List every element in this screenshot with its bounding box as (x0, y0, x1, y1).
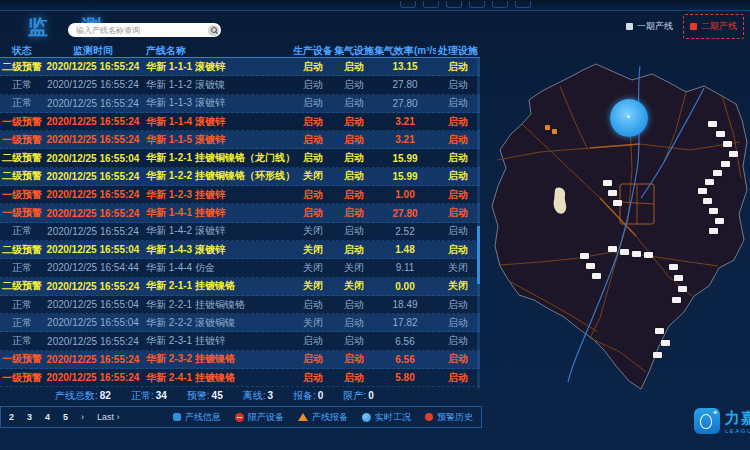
cell-production-device: 关闭 (292, 316, 334, 330)
table-row[interactable]: 一级预警 2020/12/25 16:55:24 华新 1-4-1 挂镀锌 启动… (0, 204, 480, 222)
cell-treatment-facility: 启动 (436, 206, 480, 220)
monitoring-table: 状态 监测时间 产线名称 生产设备 集气设施 集气效率(m³/s) 处理设施 二… (0, 44, 480, 387)
cell-gas-efficiency: 1.00 (374, 189, 436, 200)
table-row[interactable]: 一级预警 2020/12/25 16:55:24 华新 1-1-5 滚镀锌 启动… (0, 131, 480, 149)
col-header-gas: 集气设施 (334, 44, 374, 58)
table-row[interactable]: 正常 2020/12/25 16:55:24 华新 1-4-2 滚镀锌 关闭 启… (0, 223, 480, 241)
map-site-marker[interactable] (709, 208, 718, 214)
map-site-marker[interactable] (632, 251, 641, 257)
table-row[interactable]: 正常 2020/12/25 16:54:44 华新 1-4-4 仿金 关闭 关闭… (0, 259, 480, 277)
map-site-marker[interactable] (729, 151, 738, 157)
table-row[interactable]: 正常 2020/12/25 16:55:24 华新 1-1-3 滚镀锌 启动 启… (0, 95, 480, 113)
legend-icon (298, 413, 308, 421)
cell-time: 2020/12/25 16:55:04 (44, 244, 142, 255)
table-row[interactable]: 二级预警 2020/12/25 16:55:24 华新 1-1-1 滚镀锌 启动… (0, 58, 480, 76)
map-highlight-marker[interactable] (610, 99, 648, 137)
search-input[interactable] (76, 26, 208, 35)
legend-item[interactable]: 实时工况 (362, 411, 411, 424)
page-button[interactable]: 3 (27, 412, 32, 422)
legend-item[interactable]: 产线报备 (298, 411, 348, 424)
cell-line-name: 华新 2-4-1 挂镀镍铬 (142, 371, 292, 385)
table-row[interactable]: 二级预警 2020/12/25 16:55:04 华新 1-2-1 挂镀铜镍铬（… (0, 149, 480, 167)
map-site-marker[interactable] (603, 180, 612, 186)
page-button[interactable]: 2 (9, 412, 14, 422)
table-row[interactable]: 一级预警 2020/12/25 16:55:24 华新 2-3-2 挂镀镍铬 启… (0, 351, 480, 369)
cell-treatment-facility: 关闭 (436, 279, 480, 293)
map-site-marker[interactable] (723, 141, 732, 147)
cell-gas-facility: 启动 (334, 115, 374, 129)
search-box[interactable] (68, 23, 221, 37)
legend-item[interactable]: 限产设备 (235, 411, 284, 424)
map-site-marker[interactable] (620, 249, 629, 255)
cell-gas-efficiency: 9.11 (374, 262, 436, 273)
cell-gas-efficiency: 3.21 (374, 116, 436, 127)
map-orange-marker[interactable] (545, 125, 550, 130)
map-site-marker[interactable] (674, 275, 683, 281)
cell-time: 2020/12/25 16:55:24 (44, 226, 142, 237)
filter-phase2-button[interactable]: 二期产线 (683, 14, 744, 39)
map-site-marker[interactable] (669, 264, 678, 270)
cell-gas-facility: 启动 (334, 206, 374, 220)
map-site-marker[interactable] (678, 286, 687, 292)
table-row[interactable]: 正常 2020/12/25 16:55:24 华新 2-3-1 挂镀锌 启动 启… (0, 332, 480, 350)
table-row[interactable]: 一级预警 2020/12/25 16:55:24 华新 2-4-1 挂镀镍铬 启… (0, 369, 480, 387)
map-site-marker[interactable] (713, 170, 722, 176)
map-site-marker[interactable] (672, 297, 681, 303)
map-site-marker[interactable] (705, 179, 714, 185)
map-site-marker[interactable] (661, 340, 670, 346)
legend-item[interactable]: 产线信息 (173, 411, 221, 424)
cell-production-device: 关闭 (292, 243, 334, 257)
cell-gas-facility: 启动 (334, 169, 374, 183)
map-site-marker[interactable] (716, 131, 725, 137)
map-site-marker[interactable] (613, 200, 622, 206)
cell-gas-efficiency: 27.80 (374, 208, 436, 219)
map-site-marker[interactable] (698, 188, 707, 194)
map-site-marker[interactable] (703, 198, 712, 204)
filter-phase1-button[interactable]: 一期产线 (626, 20, 673, 33)
cell-production-device: 启动 (292, 334, 334, 348)
table-row[interactable]: 一级预警 2020/12/25 16:55:24 华新 1-1-4 滚镀锌 启动… (0, 113, 480, 131)
map-site-marker[interactable] (653, 352, 662, 358)
cell-treatment-facility: 启动 (436, 298, 480, 312)
cell-gas-efficiency: 27.80 (374, 98, 436, 109)
cell-status: 正常 (0, 316, 44, 330)
cell-gas-facility: 启动 (334, 78, 374, 92)
next-page-button[interactable]: › (81, 412, 84, 422)
page-button[interactable]: 4 (45, 412, 50, 422)
page-button[interactable]: 5 (63, 412, 68, 422)
deco-tab (423, 1, 439, 8)
map-site-marker[interactable] (608, 190, 617, 196)
cell-time: 2020/12/25 16:55:04 (44, 153, 142, 164)
table-row[interactable]: 二级预警 2020/12/25 16:55:24 华新 1-2-2 挂镀铜镍铬（… (0, 168, 480, 186)
map-site-marker[interactable] (586, 263, 595, 269)
table-row[interactable]: 二级预警 2020/12/25 16:55:04 华新 1-4-3 滚镀锌 关闭… (0, 241, 480, 259)
table-row[interactable]: 一级预警 2020/12/25 16:55:24 华新 1-2-3 挂镀锌 启动… (0, 186, 480, 204)
map-site-marker[interactable] (721, 161, 730, 167)
map-site-marker[interactable] (715, 218, 724, 224)
table-row[interactable]: 二级预警 2020/12/25 16:55:24 华新 2-1-1 挂镀镍铬 关… (0, 278, 480, 296)
cell-time: 2020/12/25 16:55:24 (44, 208, 142, 219)
table-row[interactable]: 正常 2020/12/25 16:55:24 华新 1-1-2 滚镀镍 启动 启… (0, 76, 480, 94)
table-scrollbar[interactable] (477, 58, 480, 388)
search-icon[interactable] (208, 25, 219, 36)
legend-item[interactable]: 预警历史 (425, 411, 473, 424)
map-site-marker[interactable] (644, 252, 653, 258)
map-site-marker[interactable] (708, 121, 717, 127)
map-site-marker[interactable] (655, 328, 664, 334)
map-site-marker[interactable] (592, 273, 601, 279)
cell-line-name: 华新 2-3-2 挂镀镍铬 (142, 352, 292, 366)
filter-phase2-label: 二期产线 (701, 20, 737, 33)
table-row[interactable]: 正常 2020/12/25 16:55:04 华新 2-2-2 滚镀铜镍 关闭 … (0, 314, 480, 332)
cell-production-device: 启动 (292, 115, 334, 129)
last-page-button[interactable]: Last › (97, 412, 120, 422)
map-site-marker[interactable] (580, 253, 589, 259)
map-orange-marker[interactable] (552, 129, 557, 134)
scrollbar-thumb[interactable] (477, 226, 480, 284)
cell-line-name: 华新 2-3-1 挂镀锌 (142, 334, 292, 348)
cell-line-name: 华新 1-4-3 滚镀锌 (142, 243, 292, 257)
cell-production-device: 启动 (292, 78, 334, 92)
col-header-time: 监测时间 (44, 44, 142, 58)
map-site-marker[interactable] (709, 228, 718, 234)
table-row[interactable]: 正常 2020/12/25 16:55:04 华新 2-2-1 挂镀铜镍铬 启动… (0, 296, 480, 314)
map-site-marker[interactable] (608, 246, 617, 252)
